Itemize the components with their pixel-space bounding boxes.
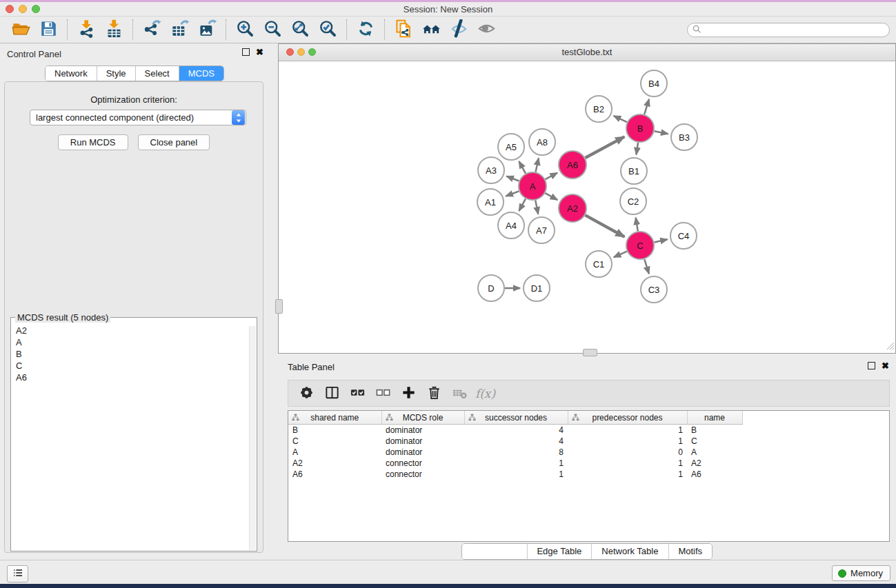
table-row[interactable]: A2connector11A2	[288, 458, 889, 469]
export-network-button[interactable]	[138, 18, 166, 41]
export-image-button[interactable]	[193, 18, 221, 41]
table-row[interactable]: Bdominator41B	[288, 425, 889, 436]
column-header-name[interactable]: name	[687, 411, 742, 425]
column-header-predecessor-nodes[interactable]: predecessor nodes	[568, 411, 687, 425]
graph-node-C3[interactable]: C3	[641, 276, 667, 303]
table-cell[interactable]: 1	[464, 458, 568, 469]
table-cell[interactable]: A2	[687, 458, 742, 469]
search-input[interactable]	[702, 24, 889, 37]
delete-row-button[interactable]	[421, 382, 447, 405]
table-cell[interactable]: dominator	[381, 447, 464, 458]
table-cell[interactable]: connector	[381, 469, 464, 480]
tab-motifs[interactable]: Motifs	[668, 544, 712, 559]
zoom-fit-button[interactable]	[286, 18, 314, 41]
deselect-all-button[interactable]	[370, 382, 396, 405]
apply-layout-button[interactable]	[352, 18, 379, 41]
graph-node-A6[interactable]: A6	[559, 151, 586, 179]
tab-mcds[interactable]: MCDS	[179, 66, 223, 81]
zoom-out-button[interactable]	[259, 18, 286, 41]
split-panel-button[interactable]	[319, 382, 345, 405]
table-row[interactable]: Cdominator41C	[288, 436, 889, 447]
graph-edge-A-A7[interactable]	[535, 201, 538, 214]
import-table-button[interactable]	[100, 18, 128, 41]
graph-node-C4[interactable]: C4	[670, 223, 697, 249]
graph-node-B2[interactable]: B2	[586, 96, 612, 122]
column-header-shared-name[interactable]: shared name	[288, 411, 381, 425]
table-cell[interactable]: A	[687, 447, 742, 458]
tab-network-table[interactable]: Network Table	[592, 544, 668, 559]
splitter-handle-horizontal[interactable]	[583, 349, 597, 356]
graph-edge-A-A3[interactable]	[506, 176, 519, 181]
table-cell[interactable]: 1	[464, 469, 568, 480]
float-table-panel-icon[interactable]	[868, 362, 875, 369]
table-cell[interactable]: 1	[568, 425, 687, 436]
run-mcds-button[interactable]: Run MCDS	[58, 134, 128, 150]
table-cell[interactable]: B	[288, 425, 381, 436]
tab-style[interactable]: Style	[97, 66, 136, 81]
graph-node-D[interactable]: D	[478, 275, 504, 301]
table-cell[interactable]: A6	[687, 469, 742, 480]
graph-edge-A-A5[interactable]	[519, 161, 526, 173]
network-canvas[interactable]: B4B2BB3A5A8A6A3B1AA1C2A2A4A7CC4C1C3DD1	[279, 61, 895, 353]
float-panel-icon[interactable]	[242, 48, 250, 56]
graph-node-C[interactable]: C	[626, 232, 654, 259]
network-window-titlebar[interactable]: testGlobe.txt	[279, 44, 895, 61]
show-hide-graphics-button[interactable]	[445, 18, 472, 41]
graph-edge-B-B3[interactable]	[655, 131, 668, 134]
graph-node-B[interactable]: B	[626, 114, 654, 142]
export-table-button[interactable]	[166, 18, 193, 41]
graph-edge-A-A1[interactable]	[506, 191, 519, 196]
table-cell[interactable]: A6	[288, 469, 381, 480]
graph-node-A4[interactable]: A4	[498, 212, 524, 239]
graph-node-A[interactable]: A	[519, 172, 546, 200]
graph-edge-C-C2[interactable]	[636, 218, 638, 232]
table-cell[interactable]: A2	[288, 458, 381, 469]
graph-edge-A-A6[interactable]	[546, 173, 557, 179]
tab-node-table[interactable]: Node Table	[462, 544, 528, 559]
graph-edge-B-B4[interactable]	[644, 99, 649, 114]
optimization-criterion-select[interactable]: largest connected component (directed)	[30, 110, 246, 125]
close-table-panel-icon[interactable]: ✖	[882, 362, 889, 369]
table-cell[interactable]: connector	[381, 458, 464, 469]
column-settings-button[interactable]	[294, 382, 319, 405]
graph-edge-C-C1[interactable]	[614, 252, 627, 258]
task-history-button[interactable]	[7, 565, 28, 582]
column-header-MCDS-role[interactable]: MCDS role	[381, 411, 464, 425]
graph-node-B1[interactable]: B1	[621, 158, 647, 184]
function-builder-button[interactable]: f(x)	[472, 382, 498, 405]
select-all-button[interactable]	[345, 382, 370, 405]
result-item[interactable]: B	[11, 348, 248, 360]
graph-edge-C-C4[interactable]	[654, 239, 667, 242]
table-cell[interactable]: A	[288, 447, 381, 458]
search-field[interactable]	[687, 23, 890, 37]
graph-node-C1[interactable]: C1	[586, 251, 612, 277]
table-row[interactable]: A6connector11A6	[288, 469, 889, 480]
table-cell[interactable]: dominator	[381, 425, 464, 436]
import-network-button[interactable]	[72, 18, 100, 41]
table-cell[interactable]: 1	[568, 458, 687, 469]
graph-edge-A-A2[interactable]	[545, 193, 557, 200]
table-cell[interactable]: 1	[568, 469, 687, 480]
tab-select[interactable]: Select	[136, 66, 179, 81]
result-scrollbar[interactable]	[249, 326, 256, 550]
table-cell[interactable]: 4	[464, 425, 568, 436]
table-row[interactable]: Adominator80A	[288, 447, 889, 458]
graph-node-A1[interactable]: A1	[477, 189, 504, 215]
result-item[interactable]: A6	[11, 372, 248, 383]
graph-edge-A6-B[interactable]	[585, 136, 624, 158]
table-cell[interactable]: 1	[568, 436, 687, 447]
result-item[interactable]: A	[11, 336, 248, 348]
graph-node-A5[interactable]: A5	[498, 134, 524, 160]
graph-edge-C-C3[interactable]	[644, 259, 649, 274]
zoom-selected-button[interactable]	[314, 18, 341, 41]
column-header-successor-nodes[interactable]: successor nodes	[464, 411, 568, 425]
table-cell[interactable]: C	[288, 436, 381, 447]
close-panel-icon[interactable]: ✖	[256, 48, 263, 56]
table-cell[interactable]: B	[687, 425, 742, 436]
graph-node-A2[interactable]: A2	[559, 194, 586, 222]
result-item[interactable]: C	[11, 360, 248, 372]
graph-node-A8[interactable]: A8	[529, 129, 555, 155]
graph-node-B4[interactable]: B4	[641, 70, 667, 97]
graph-edge-A2-C[interactable]	[585, 215, 624, 236]
graph-edge-B-B1[interactable]	[636, 143, 638, 154]
